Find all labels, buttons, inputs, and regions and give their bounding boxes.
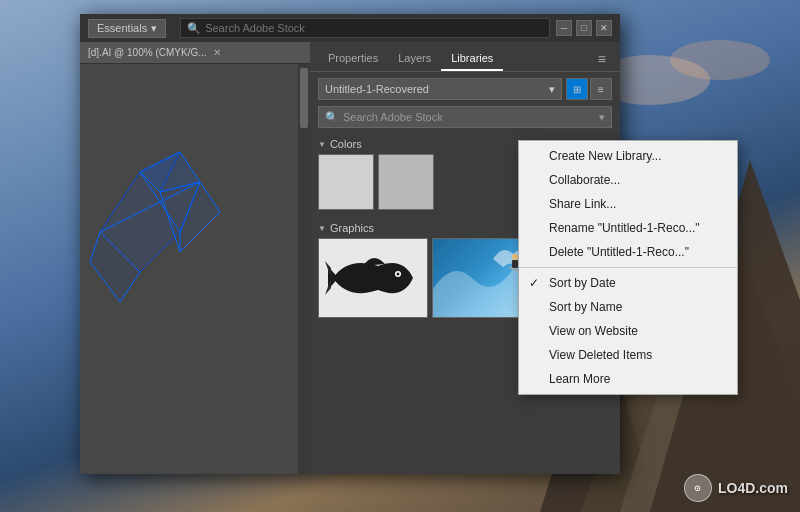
ctx-rename-label: Rename "Untitled-1-Reco..." xyxy=(549,221,700,235)
tab-properties[interactable]: Properties xyxy=(318,48,388,71)
ctx-learn-more-label: Learn More xyxy=(549,372,610,386)
window-controls: ─ □ ✕ xyxy=(556,20,612,36)
ctx-collaborate-label: Collaborate... xyxy=(549,173,620,187)
scroll-thumb[interactable] xyxy=(300,68,308,128)
ctx-delete[interactable]: Delete "Untitled-1-Reco..." xyxy=(519,240,737,264)
close-button[interactable]: ✕ xyxy=(596,20,612,36)
grid-icon: ⊞ xyxy=(573,84,581,95)
maximize-icon: □ xyxy=(581,23,586,33)
ctx-view-deleted-label: View Deleted Items xyxy=(549,348,652,362)
library-dropdown[interactable]: Untitled-1-Recovered ▾ xyxy=(318,78,562,100)
ctx-share-link-label: Share Link... xyxy=(549,197,616,211)
ctx-sort-name[interactable]: Sort by Name xyxy=(519,295,737,319)
graphic-fish[interactable] xyxy=(318,238,428,318)
ctx-rename[interactable]: Rename "Untitled-1-Reco..." xyxy=(519,216,737,240)
ctx-share-link[interactable]: Share Link... xyxy=(519,192,737,216)
colors-label: Colors xyxy=(330,138,362,150)
canvas-scrollbar[interactable] xyxy=(298,64,310,474)
color-swatch-2[interactable] xyxy=(378,154,434,210)
tab-libraries[interactable]: Libraries xyxy=(441,48,503,71)
title-bar: Essentials ▾ 🔍 ─ □ ✕ xyxy=(80,14,620,42)
close-icon: ✕ xyxy=(600,23,608,33)
svg-point-14 xyxy=(397,272,400,275)
graphics-arrow: ▼ xyxy=(318,224,326,233)
canvas-area: [d].AI @ 100% (CMYK/G... ✕ xyxy=(80,42,310,474)
panel-menu-icon: ≡ xyxy=(598,51,606,67)
lib-search-arrow: ▾ xyxy=(599,111,605,124)
workspace-button[interactable]: Essentials ▾ xyxy=(88,19,166,38)
ctx-sort-date[interactable]: Sort by Date xyxy=(519,271,737,295)
list-icon: ≡ xyxy=(598,84,604,95)
canvas-content xyxy=(80,72,300,474)
panel-menu-button[interactable]: ≡ xyxy=(592,47,612,71)
ctx-sort-name-label: Sort by Name xyxy=(549,300,622,314)
graphics-label: Graphics xyxy=(330,222,374,234)
ctx-create-new[interactable]: Create New Library... xyxy=(519,144,737,168)
ctx-delete-label: Delete "Untitled-1-Reco..." xyxy=(549,245,689,259)
title-search-bar[interactable]: 🔍 xyxy=(180,18,550,38)
canvas-artwork xyxy=(80,72,290,422)
fish-svg xyxy=(323,246,423,311)
doc-tab-close[interactable]: ✕ xyxy=(211,47,223,59)
view-buttons: ⊞ ≡ xyxy=(566,78,612,100)
workspace-arrow: ▾ xyxy=(151,22,157,35)
watermark-icon: ⊙ xyxy=(684,474,712,502)
list-view-button[interactable]: ≡ xyxy=(590,78,612,100)
ctx-learn-more[interactable]: Learn More xyxy=(519,367,737,391)
ctx-divider xyxy=(519,267,737,268)
library-name: Untitled-1-Recovered xyxy=(325,83,429,95)
lib-search-text: Search Adobe Stock xyxy=(343,111,443,123)
title-search-input[interactable] xyxy=(205,22,543,34)
ctx-create-new-label: Create New Library... xyxy=(549,149,661,163)
colors-arrow: ▼ xyxy=(318,140,326,149)
minimize-icon: ─ xyxy=(561,23,567,33)
ctx-view-website-label: View on Website xyxy=(549,324,638,338)
context-menu: Create New Library... Collaborate... Sha… xyxy=(518,140,738,395)
ctx-sort-date-label: Sort by Date xyxy=(549,276,616,290)
minimize-button[interactable]: ─ xyxy=(556,20,572,36)
grid-view-button[interactable]: ⊞ xyxy=(566,78,588,100)
color-swatch-1[interactable] xyxy=(318,154,374,210)
panel-tabs: Properties Layers Libraries ≡ xyxy=(310,42,620,72)
watermark-icon-text: ⊙ xyxy=(694,484,701,493)
watermark: ⊙ LO4D.com xyxy=(684,474,788,502)
svg-point-5 xyxy=(670,40,770,80)
search-icon: 🔍 xyxy=(187,22,201,35)
ctx-collaborate[interactable]: Collaborate... xyxy=(519,168,737,192)
maximize-button[interactable]: □ xyxy=(576,20,592,36)
library-search[interactable]: 🔍 Search Adobe Stock ▾ xyxy=(318,106,612,128)
tab-layers[interactable]: Layers xyxy=(388,48,441,71)
document-tab[interactable]: [d].AI @ 100% (CMYK/G... ✕ xyxy=(80,42,310,64)
watermark-text: LO4D.com xyxy=(718,480,788,496)
doc-tab-name: [d].AI @ 100% (CMYK/G... xyxy=(88,47,207,58)
ctx-view-deleted[interactable]: View Deleted Items xyxy=(519,343,737,367)
ctx-view-website[interactable]: View on Website xyxy=(519,319,737,343)
fish-image xyxy=(319,239,427,317)
workspace-label: Essentials xyxy=(97,22,147,34)
dropdown-arrow: ▾ xyxy=(549,83,555,96)
lib-search-icon: 🔍 xyxy=(325,111,339,124)
library-controls: Untitled-1-Recovered ▾ ⊞ ≡ xyxy=(310,72,620,106)
